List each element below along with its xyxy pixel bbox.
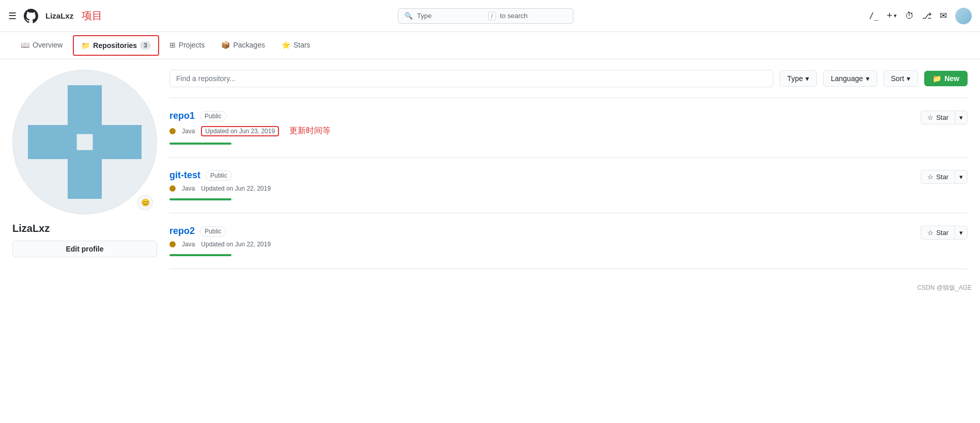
search-bar[interactable]: 🔍 Type / to search (398, 8, 573, 24)
tab-projects[interactable]: ⊞ Projects (161, 34, 213, 57)
repo-filter-bar: Type ▾ Language ▾ Sort ▾ 📁 New (169, 70, 968, 87)
sort-filter-button[interactable]: Sort ▾ (883, 70, 919, 87)
star-label-2: Star (936, 229, 948, 237)
star-icon-0: ☆ (927, 114, 934, 121)
sidebar: 😊 LizaLxz Edit profile (12, 70, 157, 269)
avatar-inner (28, 85, 142, 199)
edit-profile-button[interactable]: Edit profile (12, 241, 157, 257)
star-button-2[interactable]: ☆ Star (921, 226, 955, 240)
star-dropdown-icon-2: ▾ (959, 229, 963, 237)
repo-language-1: Java (182, 185, 195, 192)
header-right: /_ + ▾ ⏱ ⎇ ✉ (869, 8, 972, 24)
stars-icon: ⭐ (282, 41, 290, 49)
repo-list: repo1 Public Java Updated on Jun 23, 201… (169, 98, 968, 269)
star-dropdown-icon-0: ▾ (959, 114, 963, 121)
star-icon-1: ☆ (927, 173, 934, 181)
github-logo[interactable] (23, 8, 39, 24)
repo-language-2: Java (182, 241, 195, 248)
type-filter-button[interactable]: Type ▾ (780, 70, 817, 87)
git-merge-icon[interactable]: ⎇ (922, 11, 931, 21)
repo-meta-2: Java Updated on Jun 22, 2019 (169, 241, 921, 248)
tab-overview[interactable]: 📖 Overview (12, 34, 71, 57)
repo-name-0[interactable]: repo1 (169, 111, 195, 121)
repo-updated-2: Updated on Jun 22, 2019 (201, 241, 271, 248)
lang-bar-2 (169, 254, 231, 256)
star-dropdown-icon-1: ▾ (959, 173, 963, 181)
table-row: git-test Public Java Updated on Jun 22, … (169, 158, 968, 213)
avatar-container: 😊 (12, 70, 157, 214)
avatar-center-white (77, 134, 93, 150)
star-dropdown-0[interactable]: ▾ (955, 111, 968, 124)
lang-bar-0 (169, 143, 231, 145)
inbox-icon[interactable]: ✉ (940, 10, 947, 21)
plus-dropdown-icon: ▾ (894, 12, 897, 19)
language-filter-button[interactable]: Language ▾ (823, 70, 877, 87)
repo-updated-1: Updated on Jun 22, 2019 (201, 185, 271, 192)
tab-packages[interactable]: 📦 Packages (213, 34, 273, 57)
profile-name: LizaLxz (12, 223, 157, 234)
main-layout: 😊 LizaLxz Edit profile Type ▾ Language ▾… (0, 59, 980, 279)
language-chevron-icon: ▾ (866, 74, 869, 83)
star-button-1[interactable]: ☆ Star (921, 170, 955, 184)
tab-stars[interactable]: ⭐ Stars (273, 34, 319, 57)
search-icon: 🔍 (405, 12, 413, 20)
star-label-0: Star (936, 114, 948, 121)
header: ☰ LizaLxz 项目 🔍 Type / to search /_ + ▾ ⏱… (0, 0, 980, 32)
repo-updated-0: Updated on Jun 23, 2019 (201, 126, 279, 136)
profile-avatar (12, 70, 157, 214)
repo-info-0: repo1 Public Java Updated on Jun 23, 201… (169, 111, 921, 145)
repo-visibility-0: Public (200, 111, 226, 121)
star-icon-2: ☆ (927, 229, 934, 237)
star-area-0: ☆ Star ▾ (921, 111, 968, 124)
star-dropdown-2[interactable]: ▾ (955, 226, 968, 240)
tab-repositories[interactable]: 📁 Repositories 3 (73, 35, 159, 56)
header-left: ☰ LizaLxz 项目 (8, 8, 102, 24)
repo-info-2: repo2 Public Java Updated on Jun 22, 201… (169, 226, 921, 256)
repositories-badge: 3 (140, 41, 151, 50)
emoji-edit-button[interactable]: 😊 (137, 195, 153, 210)
repo-meta-1: Java Updated on Jun 22, 2019 (169, 185, 921, 192)
repositories-icon: 📁 (81, 41, 90, 50)
repo-name-row-0: repo1 Public (169, 111, 921, 121)
plus-icon: + (886, 10, 892, 21)
content: Type ▾ Language ▾ Sort ▾ 📁 New (169, 70, 968, 269)
overview-icon: 📖 (21, 41, 29, 49)
search-text-2: to search (500, 12, 567, 20)
star-button-0[interactable]: ☆ Star (921, 111, 955, 124)
tab-repositories-label: Repositories (93, 41, 137, 50)
search-text: Type (417, 12, 484, 20)
star-dropdown-1[interactable]: ▾ (955, 170, 968, 184)
type-chevron-icon: ▾ (805, 74, 809, 83)
tab-overview-label: Overview (33, 41, 63, 49)
language-label: Language (831, 74, 863, 83)
timer-icon[interactable]: ⏱ (905, 11, 914, 21)
avatar[interactable] (955, 8, 972, 24)
nav-tabs: 📖 Overview 📁 Repositories 3 ⊞ Projects 📦… (0, 32, 980, 59)
repo-name-row-2: repo2 Public (169, 226, 921, 237)
annotation-0: 更新时间等 (289, 126, 331, 136)
repo-name-1[interactable]: git-test (169, 170, 200, 181)
repo-visibility-2: Public (200, 226, 226, 237)
table-row: repo2 Public Java Updated on Jun 22, 201… (169, 213, 968, 269)
hamburger-icon[interactable]: ☰ (8, 10, 17, 22)
search-slash: / (488, 12, 496, 20)
lang-dot-2 (169, 241, 176, 247)
new-repo-icon: 📁 (932, 74, 941, 83)
repo-search-input[interactable] (169, 70, 773, 87)
avatar-shape (28, 85, 142, 199)
repo-info-1: git-test Public Java Updated on Jun 22, … (169, 170, 921, 200)
header-username[interactable]: LizaLxz (45, 11, 73, 20)
star-area-2: ☆ Star ▾ (921, 226, 968, 240)
watermark: CSDN @猫饭_AGE (0, 279, 980, 296)
header-annotation: 项目 (82, 9, 102, 23)
repo-name-row-1: git-test Public (169, 170, 921, 181)
new-repo-button[interactable]: 📁 New (924, 71, 968, 86)
repo-visibility-1: Public (206, 170, 232, 181)
plus-button[interactable]: + ▾ (886, 10, 897, 21)
repo-language-0: Java (182, 128, 195, 135)
terminal-icon[interactable]: /_ (869, 11, 878, 21)
lang-dot-1 (169, 185, 176, 192)
projects-icon: ⊞ (169, 41, 176, 49)
repo-name-2[interactable]: repo2 (169, 226, 195, 237)
sort-label: Sort (891, 74, 905, 83)
